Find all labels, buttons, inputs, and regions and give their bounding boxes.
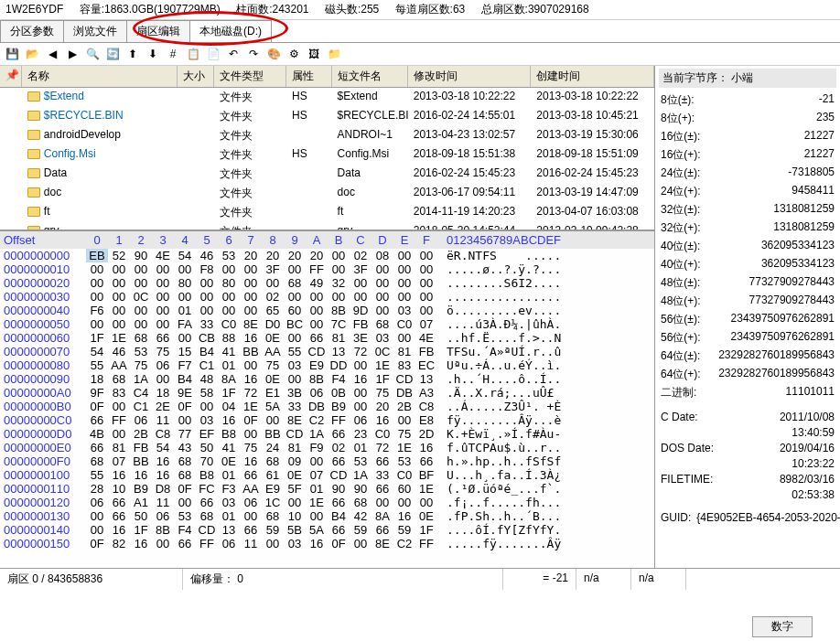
- hex-byte[interactable]: 9E: [174, 386, 196, 400]
- search-icon[interactable]: 🔍: [84, 46, 101, 62]
- hex-byte[interactable]: 07: [415, 317, 437, 331]
- hex-byte[interactable]: 66: [240, 468, 262, 482]
- hex-byte[interactable]: 70: [196, 454, 218, 468]
- hex-byte[interactable]: C2: [393, 537, 415, 550]
- hex-byte[interactable]: 72: [350, 345, 372, 358]
- hex-byte[interactable]: 20: [372, 400, 393, 413]
- hex-byte[interactable]: 00: [86, 262, 108, 276]
- hex-byte[interactable]: 13: [218, 523, 240, 537]
- hex-byte[interactable]: 00: [218, 262, 240, 276]
- hex-byte[interactable]: FF: [415, 537, 437, 550]
- hex-byte[interactable]: 54: [174, 249, 196, 262]
- hex-byte[interactable]: 0B: [328, 386, 350, 400]
- hex-byte[interactable]: 5A: [262, 400, 284, 413]
- hex-byte[interactable]: 55: [284, 345, 306, 358]
- hex-byte[interactable]: D0: [262, 317, 284, 331]
- hex-byte[interactable]: 00: [328, 249, 350, 262]
- hex-byte[interactable]: 66: [328, 427, 350, 441]
- hex-byte[interactable]: 00: [196, 290, 218, 304]
- hex-byte[interactable]: FF: [306, 262, 328, 276]
- hex-byte[interactable]: 00: [86, 509, 108, 523]
- digits-button[interactable]: 数字: [752, 616, 813, 637]
- hex-byte[interactable]: 3B: [284, 386, 306, 400]
- hex-byte[interactable]: 1E: [306, 496, 328, 509]
- hex-byte[interactable]: 13: [328, 345, 350, 358]
- hex-byte[interactable]: 16: [306, 537, 328, 550]
- hex-byte[interactable]: 5A: [306, 523, 328, 537]
- hex-byte[interactable]: B9: [130, 482, 152, 496]
- hex-byte[interactable]: 18: [152, 386, 174, 400]
- hex-byte[interactable]: 00: [350, 358, 372, 372]
- hex-byte[interactable]: 11: [240, 537, 262, 550]
- hex-row[interactable]: 000000009018681A00B4488A160E008BF4161FCD…: [0, 372, 654, 386]
- hex-byte[interactable]: C4: [130, 386, 152, 400]
- hex-byte[interactable]: C0: [372, 427, 393, 441]
- hex-row[interactable]: 000000003000000C000000000002000000000000…: [0, 290, 654, 304]
- hex-byte[interactable]: 16: [240, 331, 262, 345]
- hex-byte[interactable]: AA: [108, 358, 130, 372]
- hex-byte[interactable]: 46: [108, 345, 130, 358]
- hex-byte[interactable]: 48: [196, 372, 218, 386]
- hex-byte[interactable]: 16: [350, 372, 372, 386]
- col-attr[interactable]: 属性: [286, 66, 332, 87]
- hex-byte[interactable]: 33: [196, 317, 218, 331]
- hex-byte[interactable]: 1F: [415, 523, 437, 537]
- hex-row[interactable]: 00000000D04B002BC877EFB800BBCD1A6623C075…: [0, 427, 654, 441]
- hex-byte[interactable]: 66: [174, 537, 196, 550]
- hex-byte[interactable]: F3: [218, 482, 240, 496]
- hex-byte[interactable]: FF: [328, 413, 350, 427]
- hex-byte[interactable]: 66: [86, 441, 108, 454]
- hex-byte[interactable]: 1E: [415, 482, 437, 496]
- hex-row[interactable]: 000000005000000000FA33C08ED0BC007CFB68C0…: [0, 317, 654, 331]
- file-row[interactable]: gry文件夹gry2018-05-30 14:52:442013-03-19 0…: [0, 222, 654, 230]
- hex-byte[interactable]: 88: [218, 331, 240, 345]
- hex-byte[interactable]: 00: [415, 262, 437, 276]
- hex-byte[interactable]: F7: [174, 358, 196, 372]
- redo-icon[interactable]: ↷: [245, 46, 262, 62]
- hex-byte[interactable]: 68: [174, 468, 196, 482]
- hex-byte[interactable]: BB: [240, 345, 262, 358]
- hex-byte[interactable]: 03: [393, 304, 415, 317]
- hex-byte[interactable]: 01: [218, 509, 240, 523]
- hex-byte[interactable]: 00: [152, 304, 174, 317]
- hex-byte[interactable]: 06: [152, 358, 174, 372]
- hex-byte[interactable]: 16: [218, 413, 240, 427]
- hex-byte[interactable]: 00: [415, 290, 437, 304]
- hex-byte[interactable]: 0E: [218, 454, 240, 468]
- hex-byte[interactable]: 66: [372, 482, 393, 496]
- hex-byte[interactable]: 00: [240, 290, 262, 304]
- hex-byte[interactable]: 68: [196, 509, 218, 523]
- hex-byte[interactable]: C8: [415, 400, 437, 413]
- hex-byte[interactable]: 68: [86, 454, 108, 468]
- hex-byte[interactable]: FA: [174, 317, 196, 331]
- hex-byte[interactable]: 2D: [415, 427, 437, 441]
- hex-byte[interactable]: 00: [152, 537, 174, 550]
- hex-byte[interactable]: 00: [372, 496, 393, 509]
- hex-byte[interactable]: 00: [262, 276, 284, 290]
- file-row[interactable]: androidDevelop文件夹ANDROI~12013-04-23 13:0…: [0, 126, 654, 145]
- hex-byte[interactable]: 59: [350, 523, 372, 537]
- hex-byte[interactable]: FC: [196, 482, 218, 496]
- hex-byte[interactable]: 00: [108, 427, 130, 441]
- hex-byte[interactable]: 02: [350, 249, 372, 262]
- hex-byte[interactable]: CD: [196, 523, 218, 537]
- hex-byte[interactable]: 33: [372, 468, 393, 482]
- hex-byte[interactable]: 1F: [372, 372, 393, 386]
- hex-byte[interactable]: FB: [350, 317, 372, 331]
- hex-byte[interactable]: 42: [350, 509, 372, 523]
- hex-byte[interactable]: 00: [284, 331, 306, 345]
- col-size[interactable]: 大小: [178, 66, 214, 87]
- tab-local-disk-d[interactable]: 本地磁盘(D:): [189, 20, 272, 42]
- hex-byte[interactable]: 55: [86, 358, 108, 372]
- hex-byte[interactable]: 00: [130, 304, 152, 317]
- hex-byte[interactable]: 00: [174, 413, 196, 427]
- folder-icon[interactable]: 📁: [326, 46, 342, 62]
- hex-byte[interactable]: 01: [174, 304, 196, 317]
- hex-byte[interactable]: 00: [218, 304, 240, 317]
- hex-byte[interactable]: 66: [328, 496, 350, 509]
- hex-byte[interactable]: 02: [328, 441, 350, 454]
- hex-byte[interactable]: 00: [350, 400, 372, 413]
- save-icon[interactable]: 💾: [4, 46, 20, 62]
- hex-byte[interactable]: 68: [130, 331, 152, 345]
- hex-byte[interactable]: 68: [262, 509, 284, 523]
